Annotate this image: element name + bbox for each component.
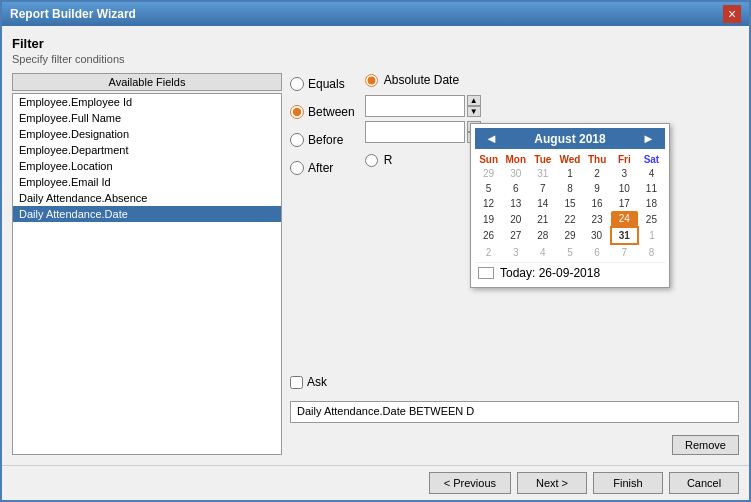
cal-day[interactable]: 30 bbox=[584, 227, 611, 244]
field-item[interactable]: Employee.Full Name bbox=[13, 110, 281, 126]
cal-day-header: Sun bbox=[475, 153, 502, 166]
filter-label: Filter bbox=[12, 36, 739, 51]
cancel-button[interactable]: Cancel bbox=[669, 472, 739, 494]
cal-day[interactable]: 10 bbox=[611, 181, 638, 196]
cal-day[interactable]: 7 bbox=[529, 181, 556, 196]
calendar-next[interactable]: ► bbox=[638, 131, 659, 146]
ask-row: Ask bbox=[290, 375, 739, 389]
cal-day[interactable]: 29 bbox=[475, 166, 502, 181]
field-item[interactable]: Employee.Location bbox=[13, 158, 281, 174]
filter-subtitle: Specify filter conditions bbox=[12, 53, 739, 65]
calendar-prev[interactable]: ◄ bbox=[481, 131, 502, 146]
remove-button[interactable]: Remove bbox=[672, 435, 739, 455]
cal-day[interactable]: 31 bbox=[529, 166, 556, 181]
cal-day[interactable]: 26 bbox=[475, 227, 502, 244]
today-box-icon bbox=[478, 267, 494, 279]
cal-day-header: Wed bbox=[556, 153, 583, 166]
cal-day[interactable]: 5 bbox=[556, 244, 583, 260]
cal-day[interactable]: 11 bbox=[638, 181, 665, 196]
close-button[interactable]: × bbox=[723, 5, 741, 23]
cal-day[interactable]: 28 bbox=[529, 227, 556, 244]
cal-day[interactable]: 9 bbox=[584, 181, 611, 196]
between-radio[interactable]: Between bbox=[290, 105, 355, 119]
cal-day[interactable]: 15 bbox=[556, 196, 583, 211]
field-item[interactable]: Employee.Designation bbox=[13, 126, 281, 142]
date1-up[interactable]: ▲ bbox=[467, 95, 481, 106]
cal-day-header: Sat bbox=[638, 153, 665, 166]
cal-day-header: Mon bbox=[502, 153, 529, 166]
ask-label: Ask bbox=[307, 375, 327, 389]
cal-day[interactable]: 6 bbox=[502, 181, 529, 196]
finish-button[interactable]: Finish bbox=[593, 472, 663, 494]
ask-checkbox[interactable] bbox=[290, 376, 303, 389]
cal-day[interactable]: 19 bbox=[475, 211, 502, 227]
cal-day-header: Tue bbox=[529, 153, 556, 166]
cal-day-header: Thu bbox=[584, 153, 611, 166]
cal-day[interactable]: 8 bbox=[638, 244, 665, 260]
cal-day[interactable]: 2 bbox=[475, 244, 502, 260]
cal-day[interactable]: 2 bbox=[584, 166, 611, 181]
calendar-grid: SunMonTueWedThuFriSat2930311234567891011… bbox=[475, 153, 665, 260]
cal-day[interactable]: 27 bbox=[502, 227, 529, 244]
date-section: Absolute Date 01-08-2018 ▲ ▼ 31-08-2018 bbox=[365, 73, 481, 167]
cal-day[interactable]: 6 bbox=[584, 244, 611, 260]
fields-label: Available Fields bbox=[12, 73, 282, 91]
cal-day[interactable]: 17 bbox=[611, 196, 638, 211]
window-title: Report Builder Wizard bbox=[10, 7, 136, 21]
footer: < Previous Next > Finish Cancel bbox=[2, 465, 749, 500]
cal-day[interactable]: 18 bbox=[638, 196, 665, 211]
cal-day[interactable]: 1 bbox=[638, 227, 665, 244]
date1-row: 01-08-2018 ▲ ▼ bbox=[365, 95, 481, 117]
date1-down[interactable]: ▼ bbox=[467, 106, 481, 117]
title-bar: Report Builder Wizard × bbox=[2, 2, 749, 26]
next-button[interactable]: Next > bbox=[517, 472, 587, 494]
condition-radio-group: Equals Between Before After bbox=[290, 73, 355, 175]
cal-day-header: Fri bbox=[611, 153, 638, 166]
today-bar: Today: 26-09-2018 bbox=[475, 262, 665, 283]
cal-day[interactable]: 12 bbox=[475, 196, 502, 211]
cal-day[interactable]: 24 bbox=[611, 211, 638, 227]
cal-day[interactable]: 25 bbox=[638, 211, 665, 227]
cal-day[interactable]: 1 bbox=[556, 166, 583, 181]
content-area: Filter Specify filter conditions Availab… bbox=[2, 26, 749, 465]
field-item[interactable]: Daily Attendance.Absence bbox=[13, 190, 281, 206]
cal-day[interactable]: 3 bbox=[502, 244, 529, 260]
equals-radio[interactable]: Equals bbox=[290, 77, 355, 91]
cal-day[interactable]: 14 bbox=[529, 196, 556, 211]
after-radio[interactable]: After bbox=[290, 161, 355, 175]
field-item[interactable]: Employee.Email Id bbox=[13, 174, 281, 190]
date1-input[interactable]: 01-08-2018 bbox=[365, 95, 465, 117]
remove-btn-area: Remove bbox=[290, 435, 739, 455]
field-item[interactable]: Employee.Department bbox=[13, 142, 281, 158]
fields-list: Employee.Employee IdEmployee.Full NameEm… bbox=[12, 93, 282, 455]
available-fields-panel: Available Fields Employee.Employee IdEmp… bbox=[12, 73, 282, 455]
today-label[interactable]: Today: 26-09-2018 bbox=[500, 266, 600, 280]
cal-day[interactable]: 16 bbox=[584, 196, 611, 211]
cal-day[interactable]: 20 bbox=[502, 211, 529, 227]
cal-day[interactable]: 29 bbox=[556, 227, 583, 244]
cal-day[interactable]: 8 bbox=[556, 181, 583, 196]
cal-day[interactable]: 4 bbox=[638, 166, 665, 181]
cal-day[interactable]: 31 bbox=[611, 227, 638, 244]
field-item[interactable]: Daily Attendance.Date bbox=[13, 206, 281, 222]
before-radio[interactable]: Before bbox=[290, 133, 355, 147]
cal-day[interactable]: 13 bbox=[502, 196, 529, 211]
cal-day[interactable]: 7 bbox=[611, 244, 638, 260]
main-window: Report Builder Wizard × Filter Specify f… bbox=[0, 0, 751, 502]
condition-display: Daily Attendance.Date BETWEEN D bbox=[290, 401, 739, 423]
cal-day[interactable]: 4 bbox=[529, 244, 556, 260]
cal-day[interactable]: 30 bbox=[502, 166, 529, 181]
filter-area: Equals Between Before After bbox=[290, 73, 739, 455]
cal-day[interactable]: 23 bbox=[584, 211, 611, 227]
absolute-date-label: Absolute Date bbox=[365, 73, 481, 87]
previous-button[interactable]: < Previous bbox=[429, 472, 511, 494]
field-item[interactable]: Employee.Employee Id bbox=[13, 94, 281, 110]
cal-day[interactable]: 5 bbox=[475, 181, 502, 196]
cal-day[interactable]: 22 bbox=[556, 211, 583, 227]
date2-input[interactable]: 31-08-2018 bbox=[365, 121, 465, 143]
main-area: Available Fields Employee.Employee IdEmp… bbox=[12, 73, 739, 455]
cal-day[interactable]: 21 bbox=[529, 211, 556, 227]
calendar-header: ◄ August 2018 ► bbox=[475, 128, 665, 149]
calendar-month-year: August 2018 bbox=[534, 132, 605, 146]
cal-day[interactable]: 3 bbox=[611, 166, 638, 181]
